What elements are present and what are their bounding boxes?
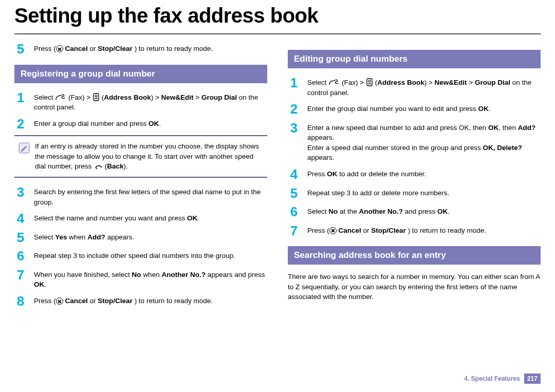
- section-registering: Registering a group dial number: [14, 65, 267, 83]
- step-a2: 2 Enter a group dial number and press OK…: [14, 117, 267, 132]
- step-number: 8: [14, 294, 27, 309]
- group-dial-label: Group Dial: [475, 79, 510, 86]
- note-pencil-icon: [18, 142, 30, 154]
- yes-label: Yes: [55, 233, 67, 241]
- page-title: Setting up the fax address book: [14, 0, 541, 33]
- searching-paragraph: There are two ways to search for a numbe…: [288, 272, 541, 302]
- step-a4: 4 Select the name and number you want an…: [14, 211, 267, 226]
- cancel-label: Cancel: [65, 297, 88, 305]
- text: or: [363, 227, 372, 234]
- no-label: No: [328, 208, 338, 215]
- text: ) to return to ready mode.: [135, 45, 213, 52]
- new-edit-label: New&Edit: [435, 79, 467, 86]
- text: when: [143, 271, 161, 278]
- step-number: 5: [14, 230, 27, 245]
- stop-clear-label: Stop/Clear: [98, 45, 133, 52]
- step-b5: 5 Repeat step 3 to add or delete more nu…: [288, 186, 541, 201]
- text: Press: [307, 227, 327, 234]
- sep: >: [153, 94, 161, 101]
- text: Press: [34, 297, 53, 305]
- text: Select: [307, 79, 328, 86]
- footer-page-number: 217: [524, 374, 541, 384]
- text: Enter a new speed dial number to add and…: [307, 124, 488, 132]
- text: appears.: [307, 154, 335, 161]
- text: appears and press: [208, 271, 265, 278]
- step-number: 1: [288, 76, 300, 90]
- step-b1: 1 Select (Fax) > (Address Book) > New&Ed…: [288, 76, 541, 98]
- text: at the: [340, 208, 359, 215]
- step-number: 1: [14, 90, 27, 105]
- back-arrow-icon: [94, 165, 103, 170]
- another-no-label: Another No.?: [161, 271, 206, 278]
- ok-label: OK: [34, 281, 44, 288]
- step-a7: 7 When you have finished, select No when…: [14, 268, 267, 290]
- new-edit-label: New&Edit: [161, 94, 194, 101]
- step-b3: 3 Enter a new speed dial number to add a…: [288, 121, 541, 163]
- step-number: 3: [288, 121, 300, 136]
- text: Press: [307, 170, 327, 178]
- text: and press: [405, 208, 437, 215]
- sep: >: [467, 79, 475, 86]
- step-number: 5: [288, 186, 300, 201]
- section-editing: Editing group dial numbers: [288, 50, 541, 68]
- step-a1: 1 Select (Fax) > (Address Book) > New&Ed…: [14, 90, 267, 113]
- section-searching: Searching address book for an entry: [288, 246, 541, 265]
- text: to add or delete the number.: [339, 170, 426, 178]
- step-number: 7: [288, 223, 300, 238]
- address-book-icon: [366, 78, 373, 86]
- step-number: 4: [14, 211, 27, 226]
- address-book-label: Address Book: [377, 79, 424, 86]
- fax-icon: [328, 78, 340, 86]
- step-number: 4: [288, 167, 300, 182]
- another-no-label: Another No.?: [359, 208, 403, 215]
- cancel-x-icon: [329, 227, 337, 234]
- text: When you have finished, select: [34, 271, 132, 278]
- page-footer: 4. Special Features 217: [464, 374, 541, 384]
- step-number: 2: [14, 117, 27, 132]
- step-a3: 3 Search by entering the first few lette…: [14, 185, 267, 207]
- step-b7: 7 Press ( Cancel or Stop/Clear ) to retu…: [288, 223, 541, 238]
- text: Press: [34, 45, 53, 52]
- stop-clear-label: Stop/Clear: [371, 227, 406, 234]
- step-number: 5: [14, 42, 27, 57]
- cancel-x-icon: [56, 297, 63, 305]
- sep: >: [194, 94, 201, 101]
- sep: >: [427, 79, 434, 86]
- step-b2: 2 Enter the group dial number you want t…: [288, 102, 541, 117]
- back-label: Back: [107, 162, 123, 170]
- step-number: 6: [14, 249, 27, 264]
- ok-delete-label: OK, Delete?: [483, 144, 522, 152]
- step-number: 2: [288, 102, 300, 117]
- step-b6: 6 Select No at the Another No.? and pres…: [288, 204, 541, 219]
- text: ) to return to ready mode.: [135, 297, 213, 305]
- content-columns: 5 Press ( Cancel or Stop/Clear ) to retu…: [14, 42, 541, 313]
- svg-point-4: [368, 80, 371, 82]
- group-dial-label: Group Dial: [201, 94, 237, 101]
- text: Enter a speed dial number stored in the …: [307, 144, 483, 152]
- step-a5: 5 Select Yes when Add? appears.: [14, 230, 267, 245]
- right-column: Editing group dial numbers 1 Select (Fax…: [288, 42, 541, 313]
- add-label: Add?: [518, 124, 536, 132]
- address-book-label: Address Book: [104, 94, 151, 101]
- ok-label: OK: [327, 170, 337, 178]
- step-number: 3: [14, 185, 27, 200]
- cancel-x-icon: [56, 45, 63, 52]
- text: Select: [307, 208, 328, 215]
- text: Repeat step 3 to add or delete more numb…: [307, 186, 449, 198]
- step-a6: 6 Repeat step 3 to include other speed d…: [14, 249, 267, 264]
- cancel-label: Cancel: [339, 227, 361, 234]
- footer-chapter: 4. Special Features: [464, 375, 520, 382]
- text: ) to return to ready mode.: [408, 227, 486, 234]
- text: or: [90, 297, 98, 305]
- no-label: No: [132, 271, 141, 278]
- step-number: 7: [14, 268, 27, 283]
- text: appears.: [107, 233, 135, 241]
- add-label: Add?: [87, 233, 105, 241]
- fax-icon: [55, 93, 66, 101]
- note-text: If an entry is already stored in the num…: [35, 142, 259, 170]
- stop-clear-label: Stop/Clear: [98, 297, 133, 305]
- text: or: [90, 45, 98, 52]
- text: Repeat step 3 to include other speed dia…: [34, 249, 235, 261]
- step-a8: 8 Press ( Cancel or Stop/Clear ) to retu…: [14, 294, 267, 309]
- step-number: 6: [288, 204, 300, 219]
